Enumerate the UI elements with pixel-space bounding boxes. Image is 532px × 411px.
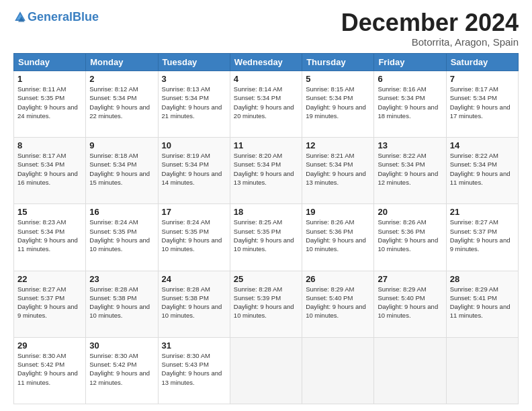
table-row: 19Sunrise: 8:26 AMSunset: 5:36 PMDayligh… [302,204,374,271]
col-tuesday: Tuesday [158,54,230,71]
day-info: Sunrise: 8:24 AMSunset: 5:35 PMDaylight:… [89,218,154,253]
day-info: Sunrise: 8:24 AMSunset: 5:35 PMDaylight:… [162,218,226,253]
table-row [446,337,518,404]
table-row: 26Sunrise: 8:29 AMSunset: 5:40 PMDayligh… [302,271,374,337]
col-wednesday: Wednesday [230,54,302,71]
table-row: 5Sunrise: 8:15 AMSunset: 5:34 PMDaylight… [302,71,374,138]
table-row: 29Sunrise: 8:30 AMSunset: 5:42 PMDayligh… [14,337,86,404]
day-info: Sunrise: 8:17 AMSunset: 5:34 PMDaylight:… [450,85,515,120]
day-number: 19 [306,207,370,217]
table-row: 20Sunrise: 8:26 AMSunset: 5:36 PMDayligh… [374,204,446,271]
day-info: Sunrise: 8:15 AMSunset: 5:34 PMDaylight:… [306,85,370,120]
day-number: 16 [89,207,154,217]
table-row: 7Sunrise: 8:17 AMSunset: 5:34 PMDaylight… [446,71,518,138]
table-row: 15Sunrise: 8:23 AMSunset: 5:34 PMDayligh… [14,204,86,271]
day-number: 4 [234,74,298,84]
logo: GeneralBlue [13,11,99,23]
calendar-week-row: 1Sunrise: 8:11 AMSunset: 5:35 PMDaylight… [14,71,519,138]
day-number: 5 [306,74,370,84]
day-number: 7 [450,74,515,84]
day-number: 24 [162,274,226,284]
day-number: 30 [89,340,154,351]
table-row: 22Sunrise: 8:27 AMSunset: 5:37 PMDayligh… [14,271,86,337]
day-info: Sunrise: 8:29 AMSunset: 5:40 PMDaylight:… [378,285,442,320]
day-number: 31 [162,340,226,351]
col-thursday: Thursday [302,54,374,71]
table-row: 30Sunrise: 8:30 AMSunset: 5:42 PMDayligh… [86,337,158,404]
table-row: 25Sunrise: 8:28 AMSunset: 5:39 PMDayligh… [230,271,302,337]
day-number: 10 [162,140,226,150]
day-info: Sunrise: 8:29 AMSunset: 5:40 PMDaylight:… [306,285,370,320]
table-row: 10Sunrise: 8:19 AMSunset: 5:34 PMDayligh… [158,138,230,204]
col-monday: Monday [86,54,158,71]
day-number: 18 [234,207,298,217]
table-row: 23Sunrise: 8:28 AMSunset: 5:38 PMDayligh… [86,271,158,337]
table-row: 18Sunrise: 8:25 AMSunset: 5:35 PMDayligh… [230,204,302,271]
table-row: 21Sunrise: 8:27 AMSunset: 5:37 PMDayligh… [446,204,518,271]
table-row: 28Sunrise: 8:29 AMSunset: 5:41 PMDayligh… [446,271,518,337]
calendar-week-row: 22Sunrise: 8:27 AMSunset: 5:37 PMDayligh… [14,271,519,337]
day-info: Sunrise: 8:26 AMSunset: 5:36 PMDaylight:… [306,218,370,253]
day-number: 26 [306,274,370,284]
table-row: 16Sunrise: 8:24 AMSunset: 5:35 PMDayligh… [86,204,158,271]
table-row [230,337,302,404]
day-info: Sunrise: 8:20 AMSunset: 5:34 PMDaylight:… [234,151,298,187]
table-row: 27Sunrise: 8:29 AMSunset: 5:40 PMDayligh… [374,271,446,337]
day-info: Sunrise: 8:23 AMSunset: 5:34 PMDaylight:… [17,218,82,253]
col-sunday: Sunday [14,54,86,71]
day-number: 27 [378,274,442,284]
col-friday: Friday [374,54,446,71]
table-row: 2Sunrise: 8:12 AMSunset: 5:34 PMDaylight… [86,71,158,138]
location: Botorrita, Aragon, Spain [341,36,519,48]
day-number: 20 [378,207,442,217]
logo-general: General [28,10,73,24]
day-info: Sunrise: 8:28 AMSunset: 5:39 PMDaylight:… [234,285,298,320]
table-row: 9Sunrise: 8:18 AMSunset: 5:34 PMDaylight… [86,138,158,204]
table-row: 14Sunrise: 8:22 AMSunset: 5:34 PMDayligh… [446,138,518,204]
day-info: Sunrise: 8:29 AMSunset: 5:41 PMDaylight:… [450,285,515,320]
day-number: 3 [162,74,226,84]
day-info: Sunrise: 8:17 AMSunset: 5:34 PMDaylight:… [17,151,82,187]
day-number: 28 [450,274,515,284]
table-row: 8Sunrise: 8:17 AMSunset: 5:34 PMDaylight… [14,138,86,204]
day-number: 11 [234,140,298,150]
day-info: Sunrise: 8:22 AMSunset: 5:34 PMDaylight:… [378,151,442,187]
day-info: Sunrise: 8:12 AMSunset: 5:34 PMDaylight:… [89,85,154,120]
table-row [302,337,374,404]
day-number: 1 [17,74,82,84]
table-row: 3Sunrise: 8:13 AMSunset: 5:34 PMDaylight… [158,71,230,138]
day-info: Sunrise: 8:19 AMSunset: 5:34 PMDaylight:… [162,151,226,187]
day-number: 29 [17,340,82,351]
day-info: Sunrise: 8:27 AMSunset: 5:37 PMDaylight:… [17,285,82,320]
day-info: Sunrise: 8:27 AMSunset: 5:37 PMDaylight:… [450,218,515,253]
table-row: 31Sunrise: 8:30 AMSunset: 5:43 PMDayligh… [158,337,230,404]
day-number: 15 [17,207,82,217]
day-number: 22 [17,274,82,284]
day-info: Sunrise: 8:16 AMSunset: 5:34 PMDaylight:… [378,85,442,120]
header: GeneralBlue December 2024 Botorrita, Ara… [13,11,519,48]
day-number: 13 [378,140,442,150]
day-number: 2 [89,74,154,84]
calendar-table: Sunday Monday Tuesday Wednesday Thursday… [13,53,519,404]
day-number: 6 [378,74,442,84]
logo-icon [14,11,26,23]
day-number: 12 [306,140,370,150]
table-row: 4Sunrise: 8:14 AMSunset: 5:34 PMDaylight… [230,71,302,138]
table-row: 6Sunrise: 8:16 AMSunset: 5:34 PMDaylight… [374,71,446,138]
table-row: 1Sunrise: 8:11 AMSunset: 5:35 PMDaylight… [14,71,86,138]
day-number: 23 [89,274,154,284]
table-row: 24Sunrise: 8:28 AMSunset: 5:38 PMDayligh… [158,271,230,337]
day-info: Sunrise: 8:30 AMSunset: 5:42 PMDaylight:… [89,351,154,387]
calendar-header-row: Sunday Monday Tuesday Wednesday Thursday… [14,54,519,71]
logo-blue: Blue [73,10,99,24]
table-row: 11Sunrise: 8:20 AMSunset: 5:34 PMDayligh… [230,138,302,204]
calendar-week-row: 29Sunrise: 8:30 AMSunset: 5:42 PMDayligh… [14,337,519,404]
table-row: 12Sunrise: 8:21 AMSunset: 5:34 PMDayligh… [302,138,374,204]
title-area: December 2024 Botorrita, Aragon, Spain [341,11,519,48]
day-number: 17 [162,207,226,217]
day-number: 14 [450,140,515,150]
day-info: Sunrise: 8:26 AMSunset: 5:36 PMDaylight:… [378,218,442,253]
logo-text: GeneralBlue [28,11,99,23]
day-info: Sunrise: 8:28 AMSunset: 5:38 PMDaylight:… [162,285,226,320]
table-row: 17Sunrise: 8:24 AMSunset: 5:35 PMDayligh… [158,204,230,271]
